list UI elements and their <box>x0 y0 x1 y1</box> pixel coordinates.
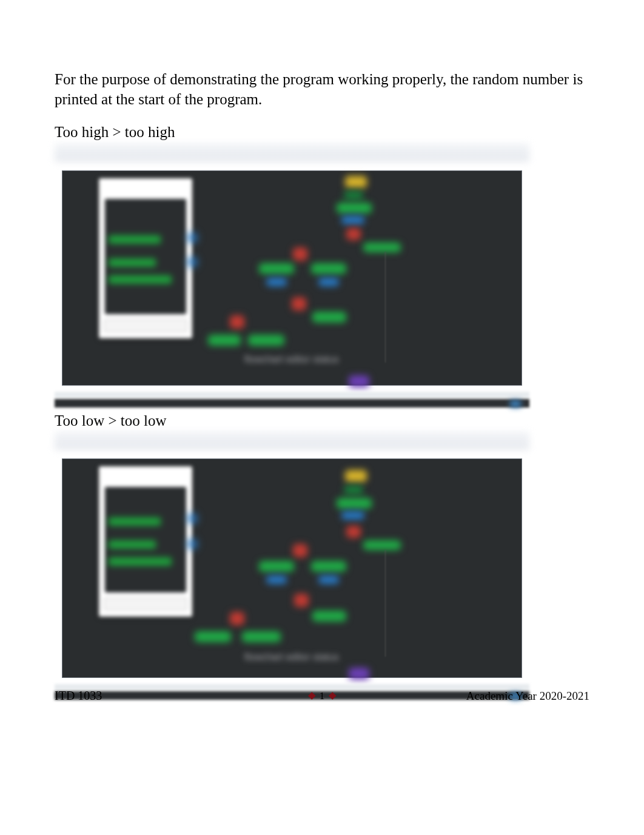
flow-node-parallelogram <box>318 575 339 584</box>
document-page: For the purpose of demonstrating the pro… <box>0 0 644 700</box>
flow-node-decision <box>346 526 361 538</box>
console-output-line <box>109 540 156 549</box>
flow-node-parallelogram <box>266 278 287 286</box>
flow-node-decision <box>346 228 361 240</box>
flow-node-parallelogram <box>341 511 364 520</box>
page-footer: ITD 1033 1 Academic Year 2020-2021 <box>55 689 589 703</box>
flow-node-end <box>349 668 369 680</box>
flow-node-process <box>363 243 401 252</box>
flow-node-process <box>337 203 372 213</box>
console-output-line <box>109 275 172 284</box>
console-input-field[interactable] <box>104 597 187 611</box>
footer-academic-year: Academic Year 2020-2021 <box>466 689 589 703</box>
console-output-area <box>105 487 186 592</box>
flow-node-decision <box>230 612 244 625</box>
flow-node-decision <box>294 594 309 607</box>
flowchart-status-label: flowchart editor status <box>244 652 339 663</box>
flow-node-process <box>312 611 346 622</box>
flow-node-end <box>349 375 369 387</box>
flow-node-process <box>363 540 401 550</box>
scroll-indicator-icon <box>187 233 197 243</box>
flow-node-process <box>259 263 294 274</box>
page-number-value: 1 <box>320 690 325 702</box>
scroll-indicator-icon <box>187 514 197 523</box>
flowchart-status-label: flowchart editor status <box>244 354 339 365</box>
flow-node-process <box>195 631 231 642</box>
scroll-knob-icon <box>510 400 521 407</box>
window-titlebar <box>55 144 529 162</box>
console-output-line <box>109 517 161 526</box>
flow-edge <box>385 252 386 363</box>
console-output-line <box>109 557 172 566</box>
flow-node-decision <box>293 544 307 557</box>
diamond-icon <box>308 692 316 700</box>
console-panel <box>99 466 192 617</box>
screenshot-bottom-bar <box>55 392 529 407</box>
diamond-icon <box>328 692 336 700</box>
flow-node-process <box>312 312 346 323</box>
caption-too-low: Too low > too low <box>55 411 589 431</box>
intro-paragraph: For the purpose of demonstrating the pro… <box>55 70 589 109</box>
flow-node-process <box>337 498 372 509</box>
screenshot-too-high: flowchart editor status <box>55 144 529 407</box>
flowchart-canvas: flowchart editor status <box>62 170 522 386</box>
flow-node-process <box>248 335 284 346</box>
console-output-line <box>109 235 161 244</box>
screenshot-too-low: flowchart editor status <box>55 432 529 700</box>
caption-too-high: Too high > too high <box>55 122 589 143</box>
scroll-indicator-icon <box>187 539 197 549</box>
flow-node <box>344 191 363 200</box>
flowchart-canvas: flowchart editor status <box>62 458 522 678</box>
flow-node-parallelogram <box>266 575 287 584</box>
footer-course-code: ITD 1033 <box>55 689 102 703</box>
flow-node-parallelogram <box>341 216 364 224</box>
footer-page-number: 1 <box>309 690 335 702</box>
console-output-area <box>105 199 186 314</box>
window-titlebar <box>55 432 529 450</box>
console-panel <box>99 178 192 338</box>
console-output-line <box>109 258 156 267</box>
flow-node-decision <box>293 247 307 261</box>
flow-node-decision <box>230 315 244 329</box>
flow-node-start <box>345 470 367 482</box>
flow-node-parallelogram <box>318 278 339 286</box>
console-input-field[interactable] <box>104 319 187 332</box>
flow-node-start <box>345 176 367 188</box>
flow-node-process <box>208 335 241 346</box>
flow-node-decision <box>292 297 306 310</box>
flow-node-process <box>311 263 346 274</box>
scroll-indicator-icon <box>187 257 197 267</box>
flow-node-process <box>311 561 346 572</box>
flow-node-process <box>242 631 281 642</box>
flow-node-process <box>259 561 294 572</box>
flow-edge <box>385 550 386 657</box>
flow-node <box>344 486 363 494</box>
